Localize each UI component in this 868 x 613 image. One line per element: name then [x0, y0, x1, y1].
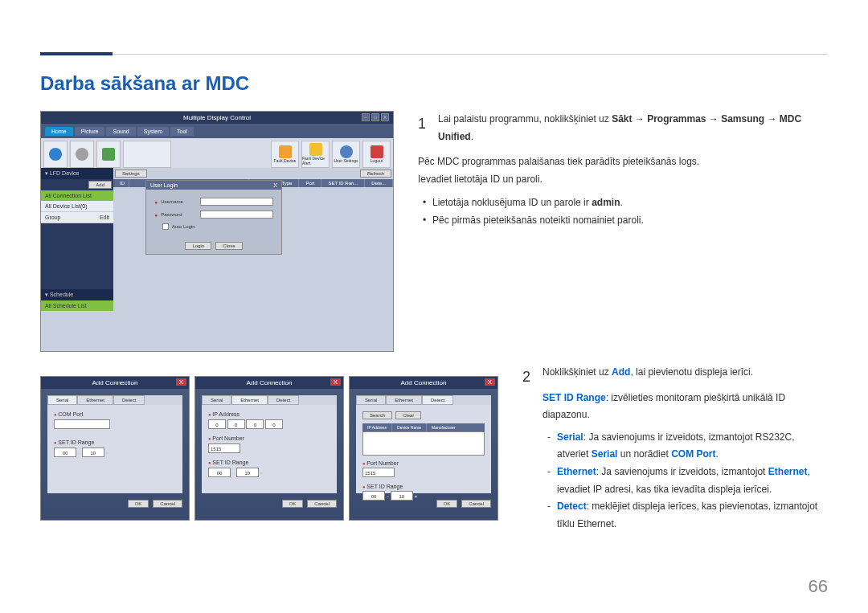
close-button: Close — [215, 242, 242, 250]
sidebar-schedule-header: ▾ Schedule — [41, 289, 113, 300]
header-accent — [40, 52, 113, 55]
serial-tab: Serial — [47, 395, 77, 405]
main-screenshot: – □ X Multiple Display Control Home Pict… — [40, 111, 394, 352]
tab-picture: Picture — [75, 127, 105, 136]
toolbar: Fault Device Fault Device Alert User Set… — [41, 138, 393, 170]
tab-sound: Sound — [106, 127, 135, 136]
main-panel: Settings Refresh ID Connection Type Port… — [113, 168, 393, 351]
username-input — [200, 198, 273, 206]
tool-fault-alert: Fault Device Alert — [301, 141, 330, 168]
serial-tab: Serial — [202, 395, 231, 405]
ok-button: OK — [282, 500, 304, 508]
page-number: 66 — [809, 576, 828, 597]
password-input — [200, 210, 273, 219]
ok-button: OK — [128, 500, 149, 508]
clear-button: Clear — [395, 411, 421, 419]
step1-number: 1 — [418, 111, 426, 145]
settings-btn: Settings — [115, 170, 147, 178]
tool-on — [43, 141, 68, 168]
ethernet-tab: Ethernet — [77, 395, 113, 405]
port-input: 1515 — [208, 443, 240, 453]
cancel-button: Cancel — [153, 500, 182, 508]
search-button: Search — [362, 411, 392, 419]
step1-bullet2: Pēc pirmās pieteikšanās noteikti nomaini… — [418, 212, 828, 230]
close-icon: X — [330, 378, 341, 386]
sidebar-conn-list: All Connection List — [41, 190, 113, 201]
auto-login-checkbox — [162, 223, 169, 230]
ok-button: OK — [436, 500, 458, 508]
cancel-button: Cancel — [461, 500, 491, 508]
detect-tab: Detect — [268, 395, 299, 405]
serial-tab: Serial — [356, 395, 386, 405]
ethernet-tab: Ethernet — [386, 395, 422, 405]
refresh-btn: Refresh — [360, 170, 391, 178]
step1-text: 1 Lai palaistu programmu, noklikšķiniet … — [418, 111, 828, 352]
header-divider — [113, 54, 828, 55]
add-connection-screenshots: Add ConnectionX Serial Ethernet Detect ●… — [40, 376, 498, 539]
step2-detect: Detect: meklējiet displeja ierīces, kas … — [542, 498, 828, 533]
login-close-icon: X — [273, 182, 277, 188]
detect-tab: Detect — [422, 395, 453, 405]
sidebar-lfd-header: ▾ LFD Device — [41, 168, 113, 179]
step2-number: 2 — [522, 364, 530, 533]
comport-input — [54, 419, 110, 429]
login-title-bar: User Login X — [146, 181, 281, 190]
sidebar: ▾ LFD Device Add All Connection List All… — [41, 168, 113, 351]
maximize-icon: □ — [371, 113, 379, 121]
login-dialog: User Login X ●Username ●Password Auto Lo… — [145, 180, 282, 255]
close-icon: X — [381, 113, 389, 121]
step2-text: 2 Noklikšķiniet uz Add, lai pievienotu d… — [522, 364, 828, 539]
page-title: Darba sākšana ar MDC — [40, 72, 828, 95]
sidebar-all-schedule: All Schedule List — [41, 300, 113, 311]
cancel-button: Cancel — [307, 500, 337, 508]
step2-ethernet: Ethernet: Ja savienojums ir izveidots, i… — [542, 464, 828, 498]
step2-serial: Serial: Ja savienojums ir izveidots, izm… — [542, 429, 828, 464]
tab-tool: Tool — [170, 127, 194, 136]
tool-volume — [123, 141, 171, 168]
step1-bullet1: Lietotāja noklusējuma ID un parole ir ad… — [418, 194, 828, 212]
tool-off — [70, 141, 94, 168]
add-conn-detect: Add ConnectionX Serial Ethernet Detect S… — [349, 376, 498, 521]
login-button: Login — [185, 242, 211, 250]
tool-logout: Logout — [362, 141, 391, 168]
window-title: Multiple Display Control — [41, 112, 393, 124]
tab-home: Home — [45, 127, 73, 136]
ethernet-tab: Ethernet — [231, 395, 268, 405]
minimize-icon: – — [362, 113, 370, 121]
sidebar-group: GroupEdit — [41, 212, 113, 223]
add-conn-serial: Add ConnectionX Serial Ethernet Detect ●… — [40, 376, 190, 521]
sidebar-add-btn: Add — [88, 181, 112, 189]
detect-tab: Detect — [113, 395, 145, 405]
close-icon: X — [485, 378, 495, 386]
close-icon: X — [176, 378, 186, 386]
tool-fault-device: Fault Device — [271, 141, 299, 168]
sidebar-all-device: All Device List(0) — [41, 201, 113, 212]
tool-user-settings: User Settings — [332, 141, 360, 168]
add-conn-ethernet: Add ConnectionX Serial Ethernet Detect ●… — [194, 376, 344, 521]
tab-system: System — [137, 127, 169, 136]
tool-input — [96, 141, 121, 168]
tabs-row: Home Picture Sound System Tool — [41, 124, 393, 138]
